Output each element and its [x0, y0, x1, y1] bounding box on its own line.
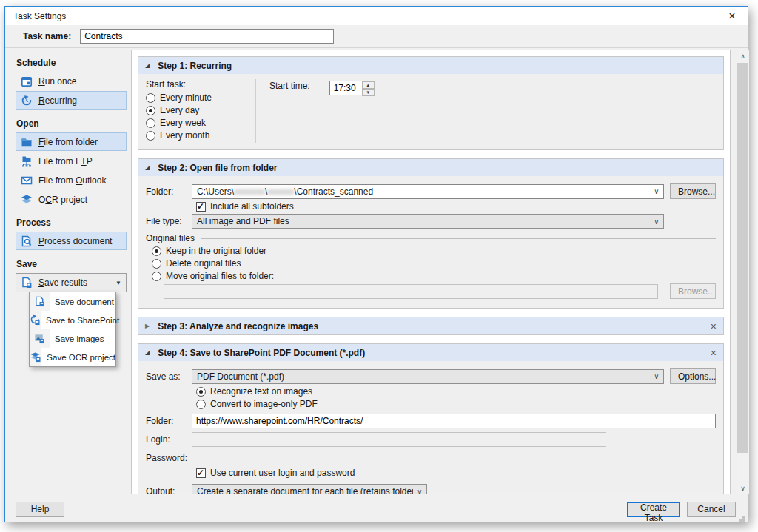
spinner-up-icon[interactable]: ▲	[362, 81, 375, 89]
radio-icon[interactable]	[146, 106, 155, 115]
folder-label: Folder:	[146, 186, 192, 197]
save-document-icon	[30, 292, 50, 311]
help-button[interactable]: Help	[16, 502, 64, 517]
vertical-scrollbar[interactable]: ∧ ∨	[737, 50, 749, 494]
sidebar-group-save: Save	[16, 259, 130, 269]
save-as-label: Save as:	[146, 371, 192, 382]
expand-triangle-icon[interactable]: ▶	[145, 323, 150, 329]
chevron-down-icon[interactable]: ∨	[413, 488, 426, 495]
login-input	[192, 432, 606, 447]
create-task-button[interactable]: Create Task	[627, 502, 680, 517]
radio-icon[interactable]	[146, 131, 155, 141]
menu-item-save-document[interactable]: Save document	[30, 292, 115, 311]
file-type-label: File type:	[146, 216, 192, 226]
scrollbar-thumb[interactable]	[737, 63, 748, 453]
title-bar[interactable]: Task Settings ×	[5, 7, 748, 25]
move-folder-input	[164, 284, 658, 299]
sidebar-item-file-from-folder[interactable]: File from folder	[16, 132, 127, 151]
remove-step-icon[interactable]: ×	[711, 348, 717, 358]
chevron-down-icon[interactable]: ∨	[650, 218, 663, 226]
process-document-icon	[21, 235, 33, 247]
radio-icon[interactable]	[196, 400, 206, 409]
resize-grip[interactable]	[742, 516, 745, 519]
scroll-down-icon[interactable]: ∨	[737, 482, 749, 494]
radio-icon[interactable]	[152, 259, 161, 269]
sidebar-item-label: File from Outlook	[38, 175, 106, 186]
save-as-value: PDF Document (*.pdf)	[192, 371, 650, 382]
sidebar-item-process-document[interactable]: Process document	[16, 232, 127, 250]
radio-delete-original[interactable]: Delete original files	[152, 258, 716, 269]
calendar-icon	[21, 75, 33, 87]
chevron-down-icon[interactable]: ∨	[650, 187, 663, 195]
radio-icon[interactable]	[146, 118, 155, 128]
collapse-triangle-icon[interactable]: ◢	[145, 349, 150, 356]
sharepoint-folder-input[interactable]	[192, 414, 716, 428]
sidebar-item-file-from-outlook[interactable]: File from Outlook	[16, 171, 127, 189]
step1-title: Step 1: Recurring	[158, 61, 232, 71]
step2-header[interactable]: ◢ Step 2: Open file from folder	[138, 159, 723, 176]
step1-header[interactable]: ◢ Step 1: Recurring	[138, 57, 723, 74]
start-time-label: Start time:	[269, 81, 310, 91]
radio-every-minute[interactable]: Every minute	[146, 92, 255, 103]
save-results-dropdown-button[interactable]: Save results ▼	[16, 273, 127, 292]
radio-every-day[interactable]: Every day	[146, 105, 255, 115]
outlook-envelope-icon	[21, 175, 33, 186]
checkbox-icon[interactable]	[196, 468, 206, 478]
browse-source-button[interactable]: Browse...	[670, 183, 716, 199]
ftp-folder-icon	[21, 155, 33, 167]
start-time-input[interactable]	[330, 81, 362, 95]
password-input	[192, 451, 606, 465]
output-combobox[interactable]: Create a separate document for each file…	[192, 484, 427, 494]
task-settings-dialog: Task Settings × Task name: Schedule Run …	[4, 6, 748, 522]
include-subfolders-checkbox[interactable]: Include all subfolders	[196, 201, 716, 212]
collapse-triangle-icon[interactable]: ◢	[145, 62, 150, 69]
menu-item-save-ocr-project[interactable]: Save OCR project	[30, 348, 115, 366]
menu-item-save-to-sharepoint[interactable]: Save to SharePoint	[30, 311, 115, 329]
radio-every-week[interactable]: Every week	[146, 118, 255, 128]
sidebar-item-ocr-project[interactable]: OCR project	[16, 190, 127, 209]
save-as-combobox[interactable]: PDF Document (*.pdf) ∨	[192, 369, 664, 384]
chevron-down-icon[interactable]: ∨	[650, 372, 663, 380]
radio-label: Delete original files	[166, 258, 241, 269]
radio-image-only-pdf[interactable]: Convert to image-only PDF	[196, 399, 716, 409]
radio-icon[interactable]	[152, 272, 161, 281]
start-time-spinner[interactable]: ▲ ▼	[329, 81, 375, 95]
step4-header[interactable]: ◢ Step 4: Save to SharePoint PDF Documen…	[138, 344, 723, 361]
radio-icon[interactable]	[152, 246, 161, 256]
recurring-icon	[21, 95, 33, 107]
login-label: Login:	[146, 434, 192, 445]
radio-keep-original[interactable]: Keep in the original folder	[152, 246, 716, 256]
close-icon[interactable]: ×	[717, 7, 748, 25]
cancel-button[interactable]: Cancel	[687, 502, 736, 517]
radio-label: Move original files to folder:	[166, 271, 274, 281]
collapse-triangle-icon[interactable]: ◢	[145, 164, 150, 171]
menu-item-save-images[interactable]: Save images	[30, 329, 115, 348]
menu-item-label: Save to SharePoint	[41, 316, 119, 325]
sidebar-item-recurring[interactable]: Recurring	[16, 91, 127, 110]
radio-label: Every month	[160, 130, 209, 141]
use-current-login-checkbox[interactable]: Use current user login and password	[196, 468, 716, 478]
radio-icon[interactable]	[196, 387, 206, 397]
checkbox-icon[interactable]	[196, 202, 206, 212]
task-name-input[interactable]	[80, 29, 334, 44]
options-button[interactable]: Options...	[670, 368, 716, 384]
sidebar-item-file-from-ftp[interactable]: File from FTP	[16, 152, 127, 170]
radio-every-month[interactable]: Every month	[146, 130, 255, 141]
remove-step-icon[interactable]: ×	[711, 321, 717, 331]
radio-recognize-text[interactable]: Recognize text on images	[196, 386, 716, 397]
sidebar-item-label: Run once	[38, 76, 76, 87]
folder-icon	[21, 136, 33, 148]
radio-label: Convert to image-only PDF	[210, 399, 318, 409]
sidebar-item-label: Recurring	[38, 95, 77, 106]
save-sharepoint-icon	[30, 311, 41, 329]
step3-header[interactable]: ▶ Step 3: Analyze and recognize images ×	[138, 317, 723, 334]
radio-move-original[interactable]: Move original files to folder:	[152, 271, 716, 281]
radio-icon[interactable]	[146, 93, 155, 103]
sidebar-item-run-once[interactable]: Run once	[16, 72, 127, 90]
source-folder-combobox[interactable]: C:\Users\xxxxxxx\xxxxxx\Contracts_scanne…	[192, 184, 664, 199]
file-type-combobox[interactable]: All image and PDF files ∨	[192, 214, 664, 229]
spinner-down-icon[interactable]: ▼	[362, 89, 375, 96]
scroll-up-icon[interactable]: ∧	[737, 50, 749, 62]
step2-section: ◢ Step 2: Open file from folder Folder: …	[138, 158, 724, 309]
steps-panel: ◢ Step 1: Recurring Start task: Every mi…	[131, 50, 731, 494]
